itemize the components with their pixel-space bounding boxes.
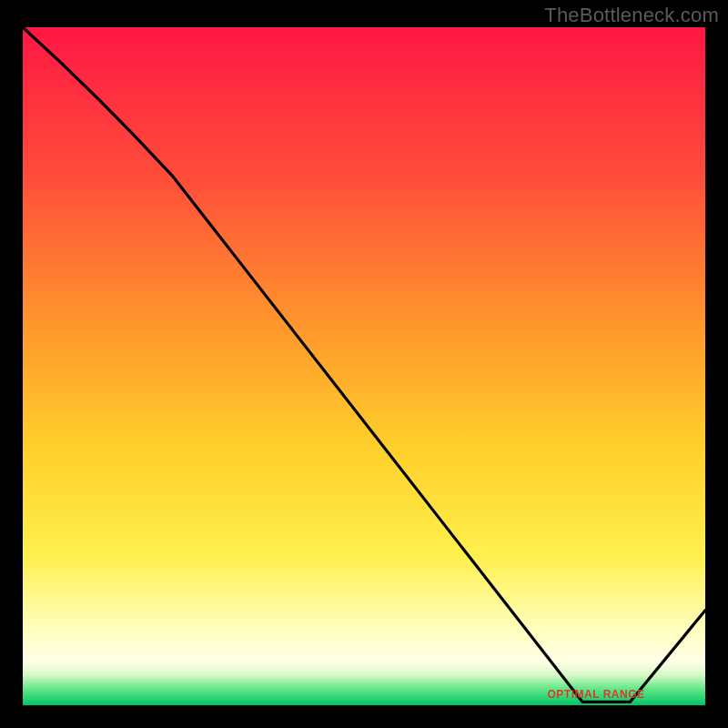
gradient-background [23,27,705,705]
plot-area: OPTIMAL RANGE [23,27,705,705]
optimal-range-label: OPTIMAL RANGE [548,688,645,701]
chart-svg: OPTIMAL RANGE [23,27,705,705]
chart-container: TheBottleneck.com OPTIMAL RANGE [0,0,728,728]
attribution-label: TheBottleneck.com [544,4,719,27]
